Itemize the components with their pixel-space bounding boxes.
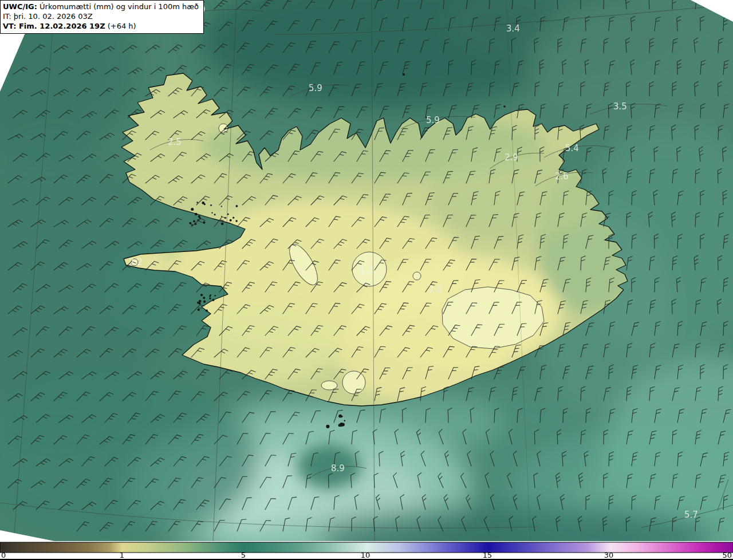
contour-label: 1.2 <box>360 265 373 275</box>
contour-label: 5.7 <box>684 510 698 520</box>
colorbar-tick: 5 <box>241 551 246 559</box>
contour-label: 5.4 <box>565 143 579 153</box>
product-title-line: UWC/IG: Úrkomumætti (mm) og vindur i 100… <box>3 2 199 11</box>
contour-label: 1.0 <box>429 284 443 294</box>
contour-label: 3.5 <box>613 101 627 112</box>
colorbar-tick: 1 <box>120 551 124 559</box>
product-description: Úrkomumætti (mm) og vindur i 100m hæð <box>37 2 199 11</box>
contour-label: 2.2 <box>129 257 143 267</box>
forecast-lead: (+64 h) <box>105 22 136 30</box>
contour-label: 8.9 <box>331 463 345 474</box>
title-box: UWC/IG: Úrkomumætti (mm) og vindur i 100… <box>0 0 204 34</box>
colorbar: 01510153050 <box>0 541 733 560</box>
init-time-line: IT: þri. 10. 02. 2026 03Z <box>3 11 199 21</box>
colorbar-tick: 15 <box>483 551 492 559</box>
valid-time: VT: Fim. 12.02.2026 19Z <box>3 22 105 30</box>
contour-label: 3.4 <box>506 23 520 34</box>
colorbar-tick: 30 <box>604 551 614 559</box>
colorbar-tick: 50 <box>722 551 732 559</box>
colorbar-tick: 0 <box>1 551 6 559</box>
contour-label: 5.9 <box>309 83 322 93</box>
contour-label: 2.5 <box>168 137 182 147</box>
valid-time-line: VT: Fim. 12.02.2026 19Z (+64 h) <box>3 21 199 31</box>
contour-label: 2.6 <box>555 171 569 182</box>
contour-label: 2.9 <box>505 152 518 163</box>
product-id: UWC/IG: <box>3 2 37 11</box>
map-canvas: 4.93.45.95.93.52.55.42.92.62.21.21.08.95… <box>0 0 733 560</box>
weather-map-figure: 4.93.45.95.93.52.55.42.92.62.21.21.08.95… <box>0 0 733 560</box>
contour-label: 5.9 <box>426 115 440 125</box>
colorbar-tick: 10 <box>361 551 371 559</box>
